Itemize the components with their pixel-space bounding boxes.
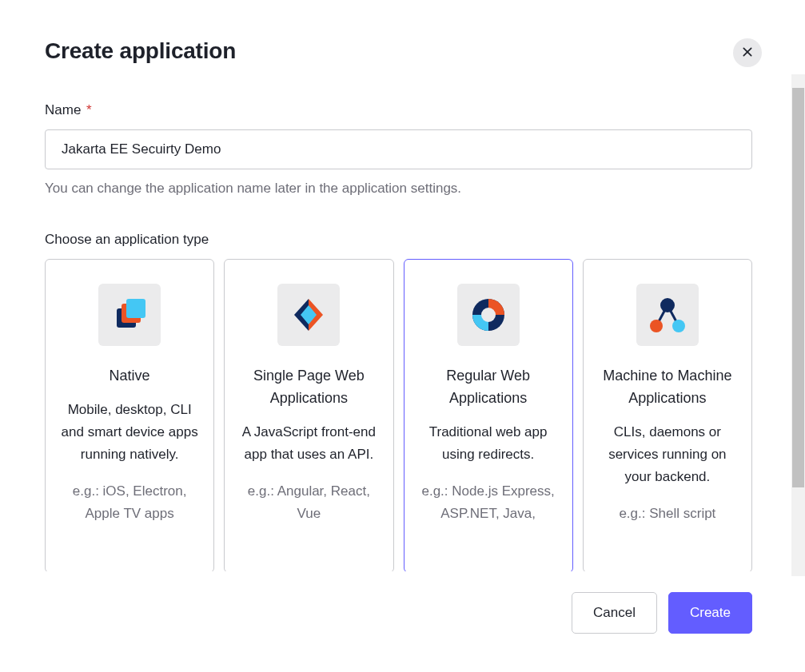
app-type-card-regular-web[interactable]: Regular Web Applications Traditional web… xyxy=(404,259,573,571)
modal-header: Create application xyxy=(6,0,791,64)
name-label-text: Name xyxy=(45,102,81,117)
card-example: e.g.: Node.js Express, ASP.NET, Java, xyxy=(417,480,560,525)
card-title: Regular Web Applications xyxy=(417,365,560,410)
svg-point-14 xyxy=(672,320,685,332)
card-example: e.g.: iOS, Electron, Apple TV apps xyxy=(58,480,201,525)
scrollbar[interactable] xyxy=(791,88,805,576)
app-type-card-spa[interactable]: Single Page Web Applications A JavaScrip… xyxy=(224,259,393,571)
name-help-text: You can change the application name late… xyxy=(45,181,752,197)
modal-footer: Cancel Create xyxy=(6,571,791,672)
svg-rect-4 xyxy=(126,299,145,318)
m2m-icon xyxy=(636,284,699,346)
card-desc: CLIs, daemons or services running on you… xyxy=(596,421,739,488)
app-type-card-m2m[interactable]: Machine to Machine Applications CLIs, da… xyxy=(583,259,752,571)
card-title: Native xyxy=(58,365,201,388)
card-example: e.g.: Shell script xyxy=(596,503,739,525)
close-button[interactable] xyxy=(733,38,762,67)
native-icon xyxy=(98,284,161,346)
app-type-card-native[interactable]: Native Mobile, desktop, CLI and smart de… xyxy=(45,259,214,571)
create-button[interactable]: Create xyxy=(668,592,752,634)
card-example: e.g.: Angular, React, Vue xyxy=(237,480,380,525)
card-desc: Mobile, desktop, CLI and smart device ap… xyxy=(58,399,201,466)
card-desc: Traditional web app using redirects. xyxy=(417,421,560,466)
regular-web-icon xyxy=(457,284,520,346)
app-type-label: Choose an application type xyxy=(45,232,752,248)
modal-body: Name * You can change the application na… xyxy=(6,64,791,571)
create-application-modal: Create application Name * You can change… xyxy=(6,0,791,672)
modal-title: Create application xyxy=(45,38,752,64)
card-title: Single Page Web Applications xyxy=(237,365,380,410)
card-desc: A JavaScript front-end app that uses an … xyxy=(237,421,380,466)
app-type-grid: Native Mobile, desktop, CLI and smart de… xyxy=(45,259,752,571)
svg-point-13 xyxy=(650,320,663,332)
name-label: Name * xyxy=(45,102,752,118)
card-title: Machine to Machine Applications xyxy=(596,365,739,410)
spa-icon xyxy=(277,284,340,346)
required-indicator: * xyxy=(86,102,92,117)
scrollbar-thumb[interactable] xyxy=(792,88,804,487)
svg-point-9 xyxy=(481,308,496,322)
close-icon xyxy=(741,46,754,61)
name-input[interactable] xyxy=(45,129,752,169)
cancel-button[interactable]: Cancel xyxy=(572,592,657,634)
svg-point-12 xyxy=(660,298,675,312)
